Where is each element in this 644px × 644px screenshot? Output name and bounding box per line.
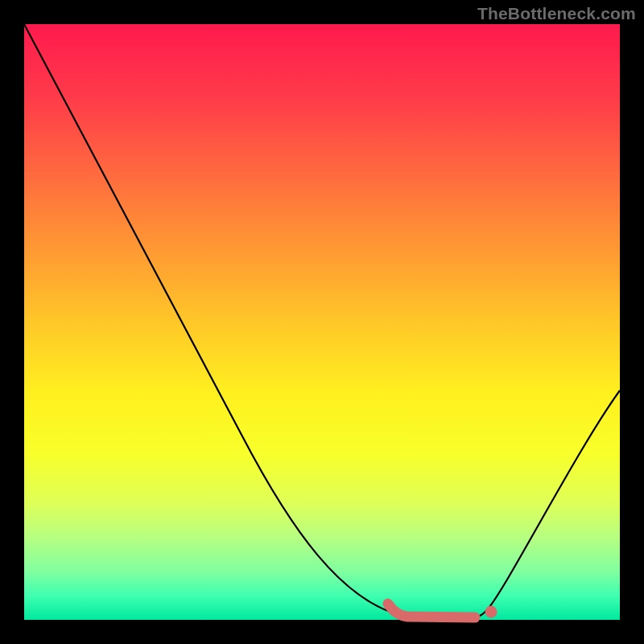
optimum-segment — [388, 604, 475, 617]
optimum-end-dot — [485, 606, 497, 618]
plot-area — [24, 24, 620, 620]
chart-frame: TheBottleneck.com — [0, 0, 644, 644]
watermark-text: TheBottleneck.com — [477, 4, 636, 23]
curve-layer — [24, 24, 620, 620]
bottleneck-curve — [24, 24, 620, 617]
